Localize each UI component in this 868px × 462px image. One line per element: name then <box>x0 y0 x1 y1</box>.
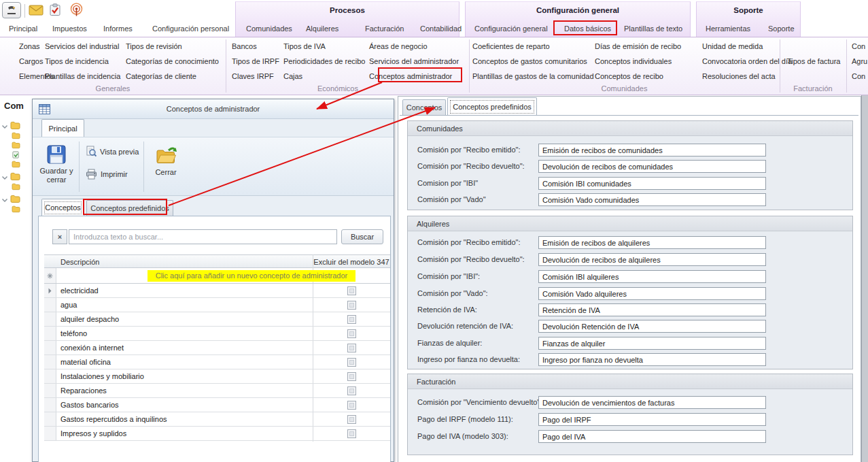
field-input[interactable] <box>538 337 766 350</box>
checkbox-excluir-347[interactable] <box>347 344 356 352</box>
phone-button[interactable] <box>2 2 21 18</box>
checkbox-excluir-347[interactable] <box>347 401 356 410</box>
ribbon-item[interactable]: Servicios del industrial <box>45 39 120 54</box>
ribbon-item[interactable]: Tipos de factura <box>787 54 840 69</box>
tab-informes[interactable]: Informes <box>103 20 133 37</box>
table-row[interactable]: Gastos bancarios <box>44 398 390 412</box>
tab-conceptos-predefinidos-right[interactable]: Conceptos predefinidos <box>447 97 537 115</box>
search-input[interactable] <box>69 229 337 244</box>
field-input[interactable] <box>538 177 766 190</box>
ribbon-item[interactable]: Bancos <box>232 39 279 54</box>
ribbon-item[interactable]: Unidad de medida <box>702 39 792 54</box>
broadcast-button[interactable] <box>69 3 84 18</box>
table-row[interactable]: agua <box>44 298 390 312</box>
table-row[interactable]: material oficina <box>44 355 390 369</box>
new-row[interactable]: Clic aquí para añadir un nuevo concepto … <box>44 268 390 284</box>
ribbon-item[interactable]: Con <box>852 69 867 84</box>
tree-node[interactable] <box>12 183 20 192</box>
tree-node[interactable] <box>12 161 20 169</box>
field-input[interactable] <box>538 193 766 206</box>
tab-conceptos-right[interactable]: Conceptos <box>402 99 446 115</box>
ribbon-item[interactable]: Categorías de cliente <box>126 69 219 84</box>
checkbox-excluir-347[interactable] <box>347 329 356 338</box>
save-and-close-button[interactable]: Guardar y cerrar <box>38 140 75 195</box>
checkbox-excluir-347[interactable] <box>347 286 356 295</box>
ribbon-item[interactable]: Categorías de conocimiento <box>126 54 219 69</box>
field-input[interactable] <box>538 320 766 333</box>
ribbon-item-conceptos-administrador[interactable]: Conceptos administrador <box>369 69 459 84</box>
ribbon-item[interactable]: Agru <box>852 54 867 69</box>
preview-button[interactable]: Vista previa <box>86 146 139 157</box>
field-input[interactable] <box>538 413 766 426</box>
table-row[interactable]: Gastos repercutidos a inquilinos <box>44 412 390 427</box>
ribbon-item[interactable]: Con <box>852 39 867 54</box>
tab-configuracion-general[interactable]: Configuración general <box>474 20 548 37</box>
ribbon-item[interactable]: Conceptos de gastos comunitarios <box>472 54 594 69</box>
table-row[interactable]: Instalaciones y mobiliario <box>44 369 390 384</box>
checkbox-excluir-347[interactable] <box>347 372 356 381</box>
tab-facturacion[interactable]: Facturación <box>365 20 404 37</box>
checkbox-excluir-347[interactable] <box>347 386 356 395</box>
ribbon-item[interactable]: Tipos de revisión <box>126 39 219 54</box>
tree-node[interactable] <box>12 132 20 141</box>
field-input[interactable] <box>538 430 766 443</box>
field-input[interactable] <box>538 144 766 156</box>
checkbox-excluir-347[interactable] <box>347 301 356 310</box>
table-row[interactable]: electricidad <box>44 284 390 298</box>
tab-conceptos[interactable]: Conceptos <box>41 199 84 216</box>
close-button[interactable]: Cerrar <box>148 140 184 195</box>
checkbox-excluir-347[interactable] <box>347 429 356 438</box>
table-row[interactable]: teléfono <box>44 327 390 341</box>
ribbon-item[interactable]: Áreas de negocio <box>369 39 459 54</box>
tab-configuracion-personal[interactable]: Configuración personal <box>152 20 229 37</box>
table-row[interactable]: conexión a internet <box>44 341 390 355</box>
ribbon-item[interactable]: Convocatoria orden del día <box>702 54 792 69</box>
scrollbar[interactable] <box>861 95 868 462</box>
column-header-descripcion[interactable]: Descripción <box>60 255 99 269</box>
mail-button[interactable] <box>29 5 44 17</box>
field-input[interactable] <box>538 270 766 283</box>
tree-node[interactable] <box>1 172 20 182</box>
add-concept-hint[interactable]: Clic aquí para añadir un nuevo concepto … <box>147 270 355 282</box>
checkbox-excluir-347[interactable] <box>347 415 356 424</box>
print-button[interactable]: Imprimir <box>86 169 128 180</box>
tree-node[interactable] <box>1 195 20 205</box>
window-titlebar[interactable]: Conceptos de administrador <box>33 99 394 119</box>
search-button[interactable]: Buscar <box>341 229 383 244</box>
ribbon-item[interactable]: Coeficientes de reparto <box>472 39 594 54</box>
tab-plantillas-de-texto[interactable]: Plantillas de texto <box>624 20 682 37</box>
tab-conceptos-predefinidos[interactable]: Conceptos predefinidos <box>86 200 173 216</box>
tab-alquileres[interactable]: Alquileres <box>306 20 338 37</box>
ribbon-item[interactable]: Periodicidades de recibo <box>283 54 365 69</box>
field-input[interactable] <box>538 287 766 300</box>
ribbon-item[interactable]: Plantillas de incidencia <box>45 69 120 84</box>
ribbon-item[interactable]: Tipos de incidencia <box>45 54 120 69</box>
ribbon-item[interactable]: Plantillas de gastos de la comunidad <box>472 69 594 84</box>
field-input[interactable] <box>538 253 766 266</box>
clear-search-button[interactable]: × <box>52 229 67 244</box>
tab-contabilidad[interactable]: Contabilidad <box>420 20 462 37</box>
ribbon-item[interactable]: Conceptos de recibo <box>595 69 681 84</box>
tab-comunidades[interactable]: Comunidades <box>246 20 292 37</box>
table-row[interactable]: alquiler despacho <box>44 312 390 327</box>
ribbon-item[interactable]: Claves IRPF <box>232 69 279 84</box>
field-input[interactable] <box>538 160 766 173</box>
tree-node[interactable] <box>1 121 20 131</box>
ribbon-item[interactable]: Servicios del administrador <box>369 54 459 69</box>
tab-soporte[interactable]: Soporte <box>768 20 795 37</box>
ribbon-item[interactable]: Días de emisión de recibo <box>595 39 681 54</box>
column-header-excluir-347[interactable]: Excluir del modelo 347 <box>313 255 390 269</box>
tab-herramientas[interactable]: Herramientas <box>706 20 750 37</box>
table-row[interactable]: Impresos y suplidos <box>44 427 390 441</box>
tree-node[interactable] <box>12 142 20 150</box>
tab-impuestos[interactable]: Impuestos <box>52 20 87 37</box>
table-row[interactable]: Reparaciones <box>44 384 390 398</box>
tab-principal[interactable]: Principal <box>9 20 37 37</box>
ribbon-item[interactable]: Resoluciones del acta <box>702 69 792 84</box>
tab-principal-dialog[interactable]: Principal <box>41 119 84 137</box>
field-input[interactable] <box>538 396 766 409</box>
tab-datos-basicos[interactable]: Datos básicos <box>564 20 611 37</box>
ribbon-item[interactable]: Conceptos individuales <box>595 54 681 69</box>
checkbox-excluir-347[interactable] <box>347 315 356 324</box>
ribbon-item[interactable]: Tipos de IVA <box>283 39 365 54</box>
